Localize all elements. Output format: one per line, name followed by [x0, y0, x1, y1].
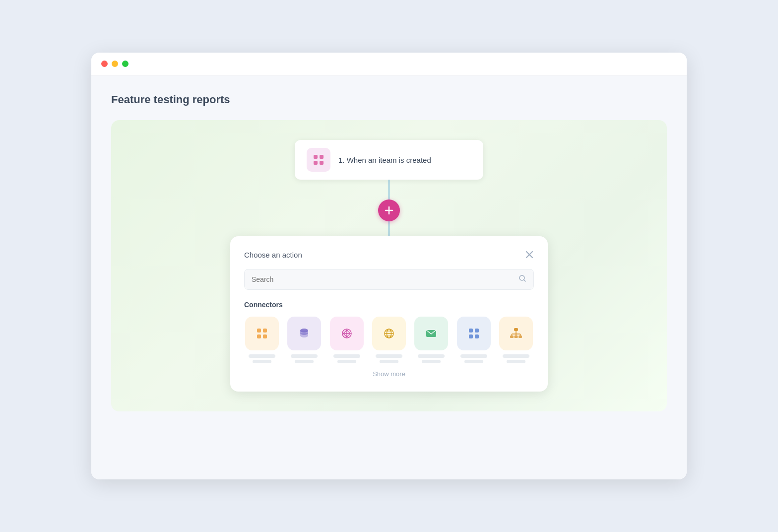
svg-rect-10	[257, 329, 261, 332]
svg-rect-30	[515, 335, 518, 338]
connector-label-globe	[371, 354, 406, 363]
connector-item-move[interactable]	[329, 317, 364, 363]
connector-icon-move	[330, 317, 364, 350]
connector-item-dots-grid[interactable]	[244, 317, 279, 363]
traffic-light-yellow[interactable]	[112, 61, 118, 67]
browser-content: Feature testing reports 1. When an iteam…	[91, 75, 687, 479]
svg-rect-31	[519, 335, 522, 338]
workflow-canvas: 1. When an iteam is created Choose an ac…	[111, 120, 667, 411]
traffic-lights	[101, 61, 129, 67]
svg-rect-27	[475, 334, 479, 338]
connector-label-grid	[456, 354, 491, 363]
connectors-section-title: Connectors	[244, 301, 534, 309]
browser-toolbar	[91, 53, 687, 75]
search-bar	[244, 269, 534, 290]
connector-label-mail	[414, 354, 449, 363]
connector-item-database[interactable]	[286, 317, 322, 363]
svg-rect-24	[469, 329, 473, 332]
connector-icon-dots-grid	[245, 317, 279, 350]
traffic-light-red[interactable]	[101, 61, 108, 67]
trigger-card: 1. When an iteam is created	[295, 140, 483, 180]
connector-item-globe[interactable]	[371, 317, 406, 363]
svg-rect-12	[257, 334, 261, 338]
connector-label-move	[329, 354, 364, 363]
connector-item-mail[interactable]	[414, 317, 449, 363]
svg-rect-1	[320, 155, 324, 159]
svg-rect-11	[263, 329, 267, 332]
svg-rect-25	[475, 329, 479, 332]
add-action-button[interactable]	[378, 200, 400, 221]
svg-rect-0	[314, 155, 318, 159]
svg-rect-29	[510, 335, 514, 338]
connector-icon-globe	[372, 317, 406, 350]
browser-window: Feature testing reports 1. When an iteam…	[91, 53, 687, 479]
svg-rect-2	[314, 161, 318, 165]
connector-label-org-chart	[499, 354, 534, 363]
connector-label-database	[286, 354, 322, 363]
connector-item-grid[interactable]	[456, 317, 491, 363]
page-title: Feature testing reports	[111, 93, 667, 106]
connector-label-dots-grid	[244, 354, 279, 363]
connectors-grid	[244, 317, 534, 363]
trigger-icon	[307, 148, 330, 172]
action-panel: Choose an action	[230, 236, 548, 392]
connector-line-top	[389, 180, 389, 200]
svg-rect-3	[320, 161, 324, 165]
trigger-label: 1. When an iteam is created	[338, 156, 431, 164]
svg-rect-26	[469, 334, 473, 338]
connector-icon-org-chart	[499, 317, 533, 350]
connector-item-org-chart[interactable]	[499, 317, 534, 363]
connector-icon-mail	[414, 317, 448, 350]
svg-line-9	[524, 280, 526, 282]
connector-line-bottom	[389, 221, 389, 236]
close-button[interactable]	[525, 250, 534, 259]
connector-icon-grid	[457, 317, 491, 350]
action-panel-header: Choose an action	[244, 250, 534, 259]
show-more-button[interactable]: Show more	[373, 370, 405, 378]
action-panel-title: Choose an action	[244, 251, 302, 259]
connector-icon-database	[287, 317, 321, 350]
svg-rect-28	[514, 328, 518, 331]
traffic-light-green[interactable]	[122, 61, 129, 67]
search-input[interactable]	[252, 275, 515, 283]
search-icon	[519, 274, 526, 284]
svg-rect-13	[263, 334, 267, 338]
